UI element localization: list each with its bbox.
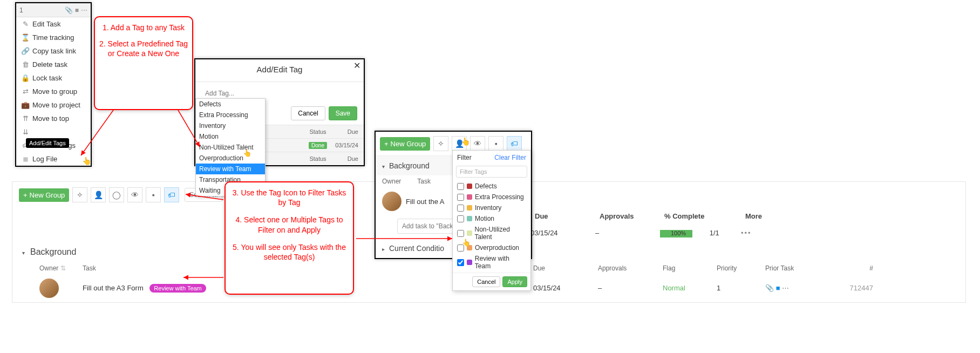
tag-filter-icon[interactable]: 🏷	[507, 136, 522, 151]
dropdown-option[interactable]: Non-Utilized Talent	[196, 142, 265, 153]
menu-log-file[interactable]: ≣Log File	[16, 152, 91, 166]
new-group-button[interactable]: +New Group	[19, 188, 69, 202]
avatar	[382, 192, 401, 211]
dropdown-option[interactable]: Motion	[196, 131, 265, 142]
annotation-box-1: 1. Add a Tag to any Task 2. Select a Pre…	[94, 16, 193, 110]
wand-icon[interactable]: ✧	[72, 187, 87, 202]
more-actions[interactable]: •••	[741, 229, 870, 237]
filter-checkbox[interactable]	[457, 205, 464, 212]
new-group-button[interactable]: +New Group	[380, 137, 430, 151]
menu-time-tracking[interactable]: ⌛Time tracking	[16, 31, 91, 44]
filter-search-input[interactable]: Filter Tags	[456, 166, 527, 178]
status-badge: Done	[309, 142, 327, 149]
col-due: Due	[331, 128, 358, 135]
dropdown-option[interactable]: Inventory	[196, 120, 265, 131]
filter-cancel-button[interactable]: Cancel	[472, 276, 500, 287]
menu-collapse[interactable]: ⇊	[16, 125, 91, 139]
annotation-step-3: 3. Use the Tag Icon to Filter Tasks by T…	[231, 188, 348, 207]
task-name: Fill out the A3 Form	[83, 284, 144, 292]
filter-checkbox[interactable]	[457, 230, 464, 237]
col-status: Status	[304, 155, 331, 162]
tag-pill[interactable]: Review with Team	[149, 284, 206, 293]
menu-lock-task[interactable]: 🔒Lock task	[16, 71, 91, 85]
annotation-box-2: 3. Use the Tag Icon to Filter Tasks by T…	[224, 181, 354, 295]
menu-move-project[interactable]: 💼Move to project	[16, 98, 91, 112]
filter-label: Inventory	[475, 204, 501, 212]
wand-icon[interactable]: ✧	[433, 136, 448, 151]
eye-off-icon[interactable]: 👁	[127, 187, 142, 202]
filter-label: Extra Processing	[475, 193, 524, 201]
annotation-step-5: 5. You will see only Tasks with the sele…	[231, 242, 348, 262]
col-due: Due	[533, 264, 598, 272]
plus-icon: +	[384, 140, 389, 148]
clear-filter-link[interactable]: Clear Filter	[494, 154, 526, 161]
task-text: Fill out the A	[406, 198, 445, 206]
filter-checkbox[interactable]	[457, 215, 464, 222]
pct-complete-value: 100% 1/1	[660, 229, 741, 237]
menu-copy-link[interactable]: 🔗Copy task link	[16, 44, 91, 58]
user-icon[interactable]: 👤	[91, 187, 106, 202]
dialog-title: Add/Edit Tag ✕	[195, 59, 364, 82]
chevrons-up-icon: ⇈	[21, 114, 30, 123]
cursor-pointer-icon: 👆	[82, 157, 91, 165]
save-button[interactable]: Save	[329, 106, 357, 120]
filter-checkbox[interactable]	[457, 194, 464, 201]
lock-icon: 🔒	[21, 74, 30, 82]
menu-delete-task[interactable]: 🗑Delete task	[16, 58, 91, 71]
cursor-pointer-icon: 👆	[461, 137, 470, 146]
col-owner[interactable]: Owner ⇅	[39, 264, 83, 272]
owner-cell	[39, 279, 83, 298]
dropdown-option[interactable]: Review with Team	[196, 164, 265, 174]
due-value: 03/15/24	[331, 142, 358, 148]
more-icon[interactable]: ⋯	[81, 6, 87, 14]
filter-item[interactable]: Defects	[453, 181, 530, 192]
attachment-icon: 📎	[65, 6, 73, 14]
eye-off-icon[interactable]: 👁	[470, 136, 485, 151]
menu-edit-task[interactable]: ✎Edit Task	[16, 17, 91, 31]
filter-label: Non-Utilized Talent	[475, 226, 527, 241]
tag-filter-icon[interactable]: 🏷	[164, 187, 179, 202]
chevron-right-icon	[382, 244, 385, 253]
filter-item[interactable]: Review with Team	[453, 253, 530, 271]
filter-item[interactable]: Inventory	[453, 202, 530, 213]
context-menu-header: 1 📎 ■ ⋯	[16, 3, 91, 17]
task-number: 1	[19, 6, 63, 14]
color-swatch	[467, 230, 472, 236]
share-icon: 🔗	[21, 47, 30, 55]
dropdown-option[interactable]: Overproduction	[196, 153, 265, 164]
dropdown-option[interactable]: Extra Processing	[196, 110, 265, 120]
priority-value: 1	[717, 284, 765, 292]
color-swatch	[467, 260, 472, 265]
col-priority: Priority	[717, 264, 765, 272]
col-approvals: Approvals	[595, 212, 660, 220]
cancel-button[interactable]: Cancel	[291, 106, 325, 120]
note-icon[interactable]: ▪	[488, 136, 503, 151]
col-prior-task: Prior Task	[765, 264, 819, 272]
color-swatch	[467, 194, 472, 200]
filter-item[interactable]: Extra Processing	[453, 192, 530, 202]
col-due: Due	[331, 155, 358, 162]
circle-icon[interactable]: ◯	[109, 187, 124, 202]
menu-move-top[interactable]: ⇈Move to top	[16, 112, 91, 125]
filter-checkbox[interactable]	[457, 183, 464, 190]
edit-icon: ✎	[21, 20, 30, 28]
filter-checkbox[interactable]	[457, 259, 464, 266]
cursor-pointer-icon: 👆	[462, 239, 471, 247]
approvals-value: –	[598, 284, 663, 292]
filter-item[interactable]: Motion	[453, 213, 530, 224]
filter-title: Filter	[457, 154, 472, 161]
approvals-value: –	[595, 229, 660, 237]
col-more: More	[741, 212, 870, 220]
filter-apply-button[interactable]: Apply	[502, 276, 527, 287]
annotation-step-1: 1. Add a Tag to any Task	[99, 23, 188, 32]
menu-move-group[interactable]: ⇄Move to group	[16, 85, 91, 98]
annotation-step-4: 4. Select one or Multiple Tags to Filter…	[231, 215, 348, 234]
note-icon[interactable]: ▪	[146, 187, 161, 202]
filter-label: Defects	[475, 182, 497, 190]
color-swatch	[467, 216, 472, 221]
plus-icon: +	[23, 191, 28, 199]
filter-popover: Filter Clear Filter Filter Tags DefectsE…	[452, 150, 531, 291]
dropdown-option[interactable]: Defects	[196, 99, 265, 110]
close-icon[interactable]: ✕	[353, 60, 360, 71]
chevrons-down-icon: ⇊	[21, 128, 30, 136]
